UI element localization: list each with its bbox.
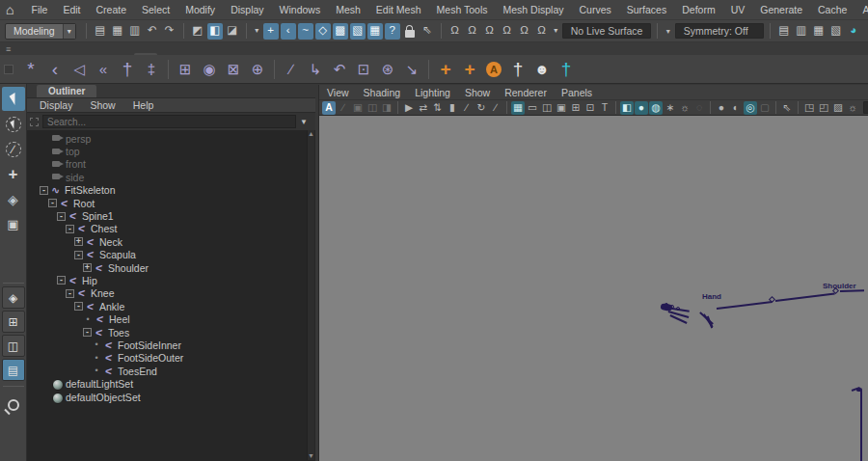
tree-row-FitSkeleton[interactable]: - FitSkeleton (27, 184, 315, 197)
snap-view-plane-icon[interactable]: ▩ (333, 23, 348, 40)
use-default-material-icon[interactable]: ∗ (664, 101, 677, 115)
menu-item[interactable]: Create (88, 2, 134, 17)
snap-flyout-arrow[interactable]: ▾ (253, 23, 261, 40)
symmetry-field[interactable]: Symmetry: Off (675, 23, 764, 39)
shelf-menu-icon[interactable]: ≡ (6, 44, 11, 54)
viewport-icon[interactable] (506, 101, 507, 114)
magnet-grid-icon[interactable]: Ω (448, 23, 463, 40)
layout-four-pane-button[interactable]: ⊞ (2, 311, 25, 333)
chevron-down-icon[interactable]: ▼ (300, 118, 308, 126)
tear-off-copy-icon[interactable]: T (598, 101, 611, 115)
tree-row-side[interactable]: side (27, 171, 315, 183)
tree-row-Chest[interactable]: - Chest (27, 223, 315, 235)
snap-projected-center-icon[interactable]: ◇ (315, 23, 331, 40)
new-scene-icon[interactable]: ▤ (93, 23, 108, 40)
outliner-menu-item[interactable]: Help (126, 99, 161, 111)
snap-help-icon[interactable]: ? (385, 23, 400, 40)
viewport-menu-item[interactable]: Renderer (504, 87, 556, 98)
snap-curve-icon[interactable]: ‹ (281, 23, 296, 40)
mirror-joint-icon[interactable]: + (459, 58, 480, 81)
menu-item[interactable]: Mesh Tools (429, 2, 496, 17)
tree-row-Neck[interactable]: + Neck (27, 235, 315, 248)
menu-item[interactable]: File (23, 2, 55, 17)
plugin-cursor-icon[interactable]: ⇖ (780, 101, 794, 115)
menu-item[interactable]: Arnold (854, 2, 868, 17)
expander-toggle[interactable]: - (74, 251, 83, 259)
magnet-curve-icon[interactable]: Ω (465, 23, 480, 40)
tree-row-Root[interactable]: - Root (27, 197, 315, 209)
viewport-menu-item[interactable]: View (327, 87, 358, 98)
shelf-icon[interactable] (168, 60, 169, 79)
tree-row-front[interactable]: front (27, 158, 315, 171)
expander-toggle[interactable]: + (83, 263, 92, 272)
tpose-figure-icon[interactable]: † (507, 58, 529, 81)
parent-constraint-icon[interactable]: ↳ (305, 58, 326, 81)
highlight-selection-icon[interactable]: ⇖ (420, 23, 435, 40)
lasso-tool[interactable] (2, 112, 25, 136)
tree-row-Knee[interactable]: - Knee (27, 287, 315, 300)
select-tool[interactable] (2, 87, 25, 111)
viewport-icon[interactable] (798, 101, 799, 114)
select-object-icon[interactable]: ◧ (207, 23, 223, 40)
menu-item[interactable]: Edit (55, 2, 88, 17)
expander-toggle[interactable]: • (92, 366, 101, 375)
expander-toggle[interactable] (40, 160, 49, 169)
four-pane-icon[interactable]: ⊞ (569, 101, 583, 115)
tree-row-Spine1[interactable]: - Spine1 (27, 209, 315, 222)
live-surface-icon[interactable]: ▦ (367, 23, 383, 40)
rotate-tool[interactable] (2, 187, 25, 211)
frame-selection-icon[interactable]: ◰ (817, 101, 830, 115)
shelf-overflow-icon[interactable] (4, 65, 14, 74)
quick-rig-icon[interactable]: † (117, 58, 138, 81)
xray-active-icon[interactable]: ◎ (744, 101, 757, 115)
menu-item[interactable]: Curves (572, 2, 619, 17)
shadows-icon[interactable]: ◌ (692, 101, 706, 115)
expander-toggle[interactable] (40, 173, 49, 181)
save-scene-icon[interactable]: ▥ (127, 23, 143, 40)
outliner-pane-icon[interactable]: ⊡ (583, 101, 597, 115)
outliner-tab[interactable]: Outliner (37, 85, 96, 97)
tree-row-persp[interactable]: persp (27, 132, 315, 145)
render-frame-icon[interactable]: ◕ (846, 23, 861, 40)
viewport-menu-item[interactable]: Panels (561, 87, 601, 98)
expander-toggle[interactable]: • (92, 340, 101, 349)
tree-row-Scapula[interactable]: - Scapula (27, 249, 315, 261)
isolate-select-icon[interactable]: ▢ (758, 101, 772, 115)
expander-toggle[interactable]: + (74, 237, 83, 246)
magnet-viewplane-icon[interactable]: Ω (517, 23, 532, 40)
viewport-menu-item[interactable]: Show (465, 87, 499, 98)
tree-row-defaultObjectSet[interactable]: defaultObjectSet (27, 391, 315, 403)
magnet-flyout-arrow[interactable]: ▾ (552, 23, 560, 40)
scroll-up-icon[interactable]: ▲ (308, 130, 314, 138)
layout-single-pane-button[interactable]: ◈ (2, 286, 25, 309)
expander-toggle[interactable]: - (83, 328, 92, 337)
menu-item[interactable]: UV (723, 2, 753, 17)
viewport-canvas[interactable]: Hand Shoulder (319, 116, 868, 461)
workspace-selector[interactable]: Modeling ▾ (5, 23, 76, 40)
menu-item[interactable]: Mesh (328, 2, 368, 17)
render-view-icon[interactable]: ▤ (776, 23, 792, 40)
single-pane-icon[interactable]: ▦ (511, 101, 525, 115)
tree-row-ToesEnd[interactable]: • ToesEnd (27, 365, 315, 377)
expander-toggle[interactable]: - (74, 302, 83, 311)
ipr-render-icon[interactable]: ▦ (811, 23, 827, 40)
open-scene-icon[interactable]: ▦ (110, 23, 125, 40)
insert-joints-icon[interactable]: « (93, 58, 114, 81)
exposure-field[interactable]: 0.00 (863, 101, 868, 114)
expander-toggle[interactable] (40, 380, 49, 389)
expander-toggle[interactable] (40, 148, 49, 156)
tree-row-FootSideInner[interactable]: • FootSideInner (27, 339, 315, 351)
live-surface-field[interactable]: No Live Surface (562, 23, 651, 39)
menu-item[interactable]: Mesh Display (495, 2, 571, 17)
multi-component-icon[interactable]: ▣ (351, 101, 365, 115)
humanik-icon[interactable]: ‡ (141, 58, 162, 81)
select-hierarchy-icon[interactable]: ◩ (190, 23, 205, 40)
two-pane-side-icon[interactable]: ◫ (540, 101, 554, 115)
cluster-icon[interactable]: ◉ (199, 58, 220, 81)
aim-constraint-icon[interactable]: ⊛ (377, 58, 398, 81)
menu-item[interactable]: Modify (177, 2, 223, 17)
menu-item[interactable]: Cache (810, 2, 854, 17)
viewport-icon[interactable] (397, 101, 398, 114)
soft-mod-icon[interactable]: ⊕ (247, 58, 268, 81)
expander-toggle[interactable] (40, 134, 49, 143)
